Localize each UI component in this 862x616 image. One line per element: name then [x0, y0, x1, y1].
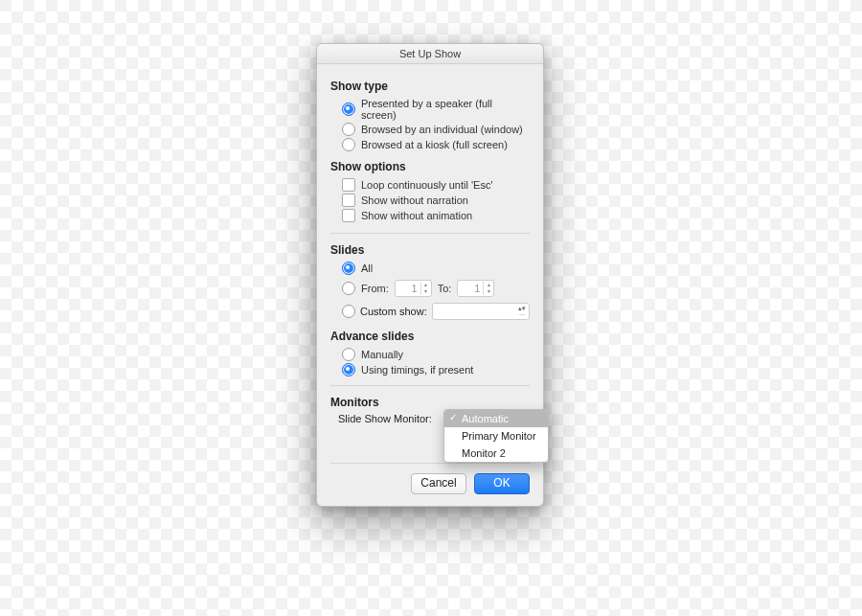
monitor-option-2[interactable]: Monitor 2 — [444, 445, 548, 462]
dialog-content: Show type Presented by a speaker (full s… — [317, 64, 543, 506]
monitors-label: Monitors — [330, 396, 530, 409]
option-label: Loop continuously until 'Esc' — [361, 179, 493, 191]
radio-icon[interactable] — [342, 103, 355, 116]
option-no-animation[interactable]: Show without animation — [330, 208, 530, 223]
checkbox-icon[interactable] — [342, 194, 355, 207]
monitor-option-primary[interactable]: Primary Monitor — [444, 427, 548, 445]
radio-icon[interactable] — [342, 262, 355, 275]
show-type-option-individual[interactable]: Browsed by an individual (window) — [330, 122, 530, 137]
stepper-arrows-icon[interactable]: ▴▾ — [483, 282, 493, 295]
option-label: Manually — [361, 349, 403, 360]
slides-custom[interactable]: Custom show: ▴▾ — [330, 303, 530, 320]
radio-icon[interactable] — [342, 305, 355, 318]
advance-manually[interactable]: Manually — [330, 347, 530, 362]
slide-show-monitor-label: Slide Show Monitor: — [338, 413, 432, 424]
radio-icon[interactable] — [342, 363, 355, 376]
option-label: Browsed at a kiosk (full screen) — [361, 139, 508, 150]
radio-icon[interactable] — [342, 123, 355, 136]
stepper-arrows-icon[interactable]: ▴▾ — [420, 282, 431, 295]
radio-icon[interactable] — [342, 138, 355, 151]
separator — [330, 385, 530, 386]
slides-label: Slides — [330, 243, 530, 257]
button-row: Cancel OK — [330, 463, 530, 494]
option-loop[interactable]: Loop continuously until 'Esc' — [330, 177, 530, 193]
to-label: To: — [438, 283, 452, 294]
slides-all[interactable]: All — [330, 261, 530, 276]
show-type-option-speaker[interactable]: Presented by a speaker (full screen) — [330, 97, 530, 122]
option-label: Browsed by an individual (window) — [361, 124, 523, 135]
show-options-label: Show options — [330, 160, 530, 173]
custom-label: Custom show: — [360, 306, 427, 317]
to-stepper[interactable]: ▴▾ — [457, 280, 494, 297]
from-label: From: — [361, 283, 389, 294]
separator — [330, 233, 530, 234]
slides-range[interactable]: From: ▴▾ To: ▴▾ — [330, 280, 530, 297]
option-no-narration[interactable]: Show without narration — [330, 193, 530, 208]
cancel-button[interactable]: Cancel — [411, 473, 466, 494]
radio-icon[interactable] — [342, 282, 355, 295]
setup-show-dialog: Set Up Show Show type Presented by a spe… — [316, 43, 544, 507]
option-label: Using timings, if present — [361, 364, 473, 376]
from-stepper[interactable]: ▴▾ — [395, 280, 432, 297]
advance-label: Advance slides — [330, 330, 530, 343]
option-label: Show without narration — [361, 194, 468, 206]
option-label: Presented by a speaker (full screen) — [361, 98, 530, 121]
monitor-option-automatic[interactable]: Automatic — [444, 410, 548, 427]
to-input[interactable] — [458, 282, 483, 295]
ok-button[interactable]: OK — [474, 473, 530, 494]
monitor-row: Slide Show Monitor: Automatic Primary Mo… — [330, 413, 530, 424]
show-type-label: Show type — [330, 80, 530, 93]
radio-icon[interactable] — [342, 348, 355, 361]
monitor-dropdown-menu[interactable]: Automatic Primary Monitor Monitor 2 — [443, 409, 549, 463]
updown-icon: ▴▾ — [518, 305, 526, 311]
option-label: All — [361, 262, 373, 274]
show-type-option-kiosk[interactable]: Browsed at a kiosk (full screen) — [330, 137, 530, 152]
from-input[interactable] — [396, 282, 420, 295]
checkbox-icon[interactable] — [342, 178, 355, 192]
advance-timings[interactable]: Using timings, if present — [330, 362, 530, 377]
custom-show-dropdown[interactable]: ▴▾ — [432, 303, 530, 320]
dialog-title: Set Up Show — [317, 44, 543, 64]
option-label: Show without animation — [361, 210, 472, 221]
checkbox-icon[interactable] — [342, 209, 355, 222]
